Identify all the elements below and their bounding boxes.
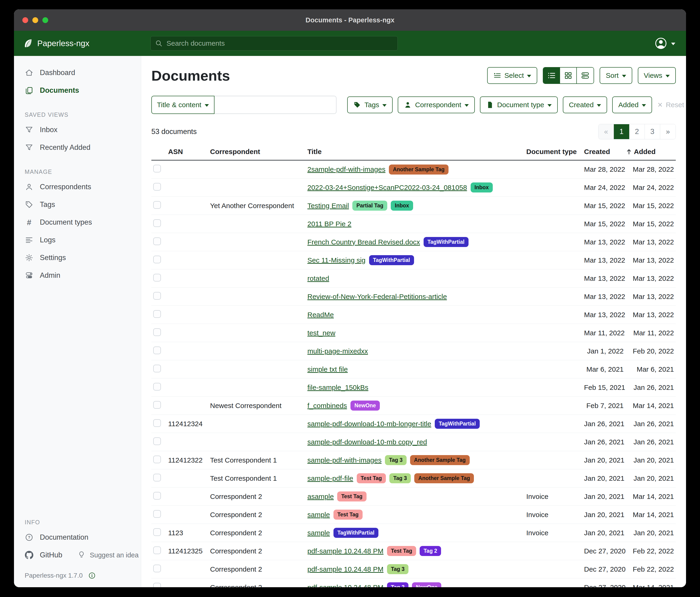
tag-badge[interactable]: Test Tag: [387, 546, 416, 556]
tag-badge[interactable]: Partial Tag: [352, 200, 387, 211]
tag-badge[interactable]: Test Tag: [333, 510, 362, 520]
tag-badge[interactable]: Tag 3: [387, 564, 408, 574]
tag-badge[interactable]: Another Sample Tag: [389, 165, 449, 174]
document-title-link[interactable]: multi-page-mixedxx: [307, 347, 368, 355]
sidebar-item-github[interactable]: GitHub: [14, 546, 62, 564]
tag-badge[interactable]: Tag 3: [385, 455, 406, 465]
row-checkbox[interactable]: [153, 219, 161, 227]
table-row[interactable]: 2022-03-24+Sonstige+ScanPC2022-03-24_081…: [151, 178, 676, 197]
tag-badge[interactable]: Tag 3: [389, 473, 411, 483]
sidebar-item-tags[interactable]: Tags: [14, 196, 141, 213]
document-title-link[interactable]: rotated: [307, 274, 329, 282]
tag-badge[interactable]: Tag 2: [387, 582, 408, 587]
document-title-link[interactable]: f_combineds: [307, 402, 347, 410]
tag-badge[interactable]: Another Sample Tag: [414, 473, 474, 483]
sidebar-item-inbox[interactable]: Inbox: [14, 121, 141, 139]
document-title-link[interactable]: file-sample_150kBs: [307, 384, 368, 391]
row-checkbox[interactable]: [153, 365, 161, 373]
created-column-header[interactable]: Created: [582, 145, 625, 160]
table-row[interactable]: Test Correspondent 1 sample-pdf-file Tes…: [151, 469, 676, 487]
tag-badge[interactable]: TagWithPartial: [369, 255, 414, 265]
document-title-link[interactable]: pdf-sample 10.24.48 PM: [307, 565, 383, 573]
tag-badge[interactable]: NewOne: [350, 401, 380, 411]
document-title-link[interactable]: pdf-sample 10.24.48 PM: [307, 583, 383, 588]
table-row[interactable]: 2sample-pdf-with-images Another Sample T…: [151, 160, 676, 178]
correspondent-column-header[interactable]: Correspondent: [208, 145, 305, 160]
table-row[interactable]: Yet Another Correspondent Testing Email …: [151, 197, 676, 215]
pagination-page-3[interactable]: 3: [645, 124, 660, 139]
sidebar-item-document-types[interactable]: # Document types: [14, 213, 141, 231]
tag-badge[interactable]: TagWithPartial: [424, 237, 469, 247]
row-checkbox[interactable]: [153, 528, 161, 536]
row-checkbox[interactable]: [153, 292, 161, 300]
document-title-link[interactable]: sample-pdf-with-images: [307, 456, 381, 464]
row-checkbox[interactable]: [153, 274, 161, 282]
row-checkbox[interactable]: [153, 165, 161, 172]
table-row[interactable]: 112412322 Test Correspondent 1 sample-pd…: [151, 451, 676, 469]
views-button[interactable]: Views: [638, 67, 676, 84]
table-row[interactable]: Review-of-New-York-Federal-Petitions-art…: [151, 288, 676, 306]
tag-badge[interactable]: Test Tag: [357, 473, 386, 483]
grid-view-button[interactable]: [560, 68, 577, 83]
info-circle-icon[interactable]: [88, 572, 96, 579]
row-checkbox[interactable]: [153, 474, 161, 481]
row-checkbox[interactable]: [153, 546, 161, 554]
table-row[interactable]: 112412324 sample-pdf-download-10-mb-long…: [151, 415, 676, 433]
document-title-link[interactable]: sample-pdf-download-10-mb copy_red: [307, 438, 427, 446]
table-row[interactable]: simple txt file Mar 6, 2021 Mar 6, 2021: [151, 360, 676, 378]
sidebar-item-dashboard[interactable]: Dashboard: [14, 64, 141, 81]
document-title-link[interactable]: sample-pdf-file: [307, 474, 353, 482]
minimize-window-button[interactable]: [32, 17, 38, 23]
row-checkbox[interactable]: [153, 456, 161, 463]
zoom-window-button[interactable]: [42, 17, 48, 23]
select-button[interactable]: Select: [487, 67, 537, 84]
row-checkbox[interactable]: [153, 492, 161, 500]
document-title-link[interactable]: Review-of-New-York-Federal-Petitions-art…: [307, 293, 447, 301]
document-title-link[interactable]: 2sample-pdf-with-images: [307, 165, 385, 173]
table-row[interactable]: Sec 11-Missing sig TagWithPartial Mar 13…: [151, 251, 676, 269]
search-input[interactable]: [167, 39, 393, 47]
table-row[interactable]: Newest Correspondent f_combineds NewOne …: [151, 397, 676, 415]
pagination-prev-button[interactable]: «: [598, 124, 614, 139]
created-filter-button[interactable]: Created: [563, 96, 607, 113]
document-title-link[interactable]: Sec 11-Missing sig: [307, 256, 366, 264]
table-row[interactable]: sample-pdf-download-10-mb copy_red Jan 2…: [151, 433, 676, 451]
row-checkbox[interactable]: [153, 347, 161, 354]
row-checkbox[interactable]: [153, 510, 161, 518]
sidebar-item-correspondents[interactable]: Correspondents: [14, 178, 141, 196]
title-column-header[interactable]: Title: [305, 145, 524, 160]
document-title-link[interactable]: 2022-03-24+Sonstige+ScanPC2022-03-24_081…: [307, 184, 467, 192]
filter-text-input[interactable]: [215, 96, 336, 114]
row-checkbox[interactable]: [153, 419, 161, 427]
table-row[interactable]: Correspondent 2 sample Test Tag Invoice …: [151, 506, 676, 524]
document-title-link[interactable]: sample: [307, 529, 330, 537]
table-row[interactable]: test_new Mar 11, 2022 Mar 11, 2022: [151, 324, 676, 342]
sidebar-item-admin[interactable]: Admin: [14, 267, 141, 284]
table-row[interactable]: French Country Bread Revised.docx TagWit…: [151, 233, 676, 251]
row-checkbox[interactable]: [153, 583, 161, 588]
brand[interactable]: Paperless-ngx: [23, 38, 90, 48]
tags-filter-button[interactable]: Tags: [347, 96, 393, 113]
table-row[interactable]: Correspondent 2 pdf-sample 10.24.48 PM T…: [151, 578, 676, 588]
table-row[interactable]: multi-page-mixedxx Jan 1, 2022 Feb 20, 2…: [151, 342, 676, 360]
table-row[interactable]: Correspondent 2 pdf-sample 10.24.48 PM T…: [151, 560, 676, 578]
row-checkbox[interactable]: [153, 383, 161, 390]
row-checkbox[interactable]: [153, 565, 161, 572]
sidebar-item-settings[interactable]: Settings: [14, 249, 141, 267]
tag-badge[interactable]: Inbox: [471, 183, 493, 192]
correspondent-filter-button[interactable]: Correspondent: [398, 96, 475, 113]
document-type-column-header[interactable]: Document type: [524, 145, 582, 160]
close-window-button[interactable]: [22, 17, 28, 23]
table-row[interactable]: rotated Mar 13, 2022 Mar 13, 2022: [151, 269, 676, 288]
document-title-link[interactable]: ReadMe: [307, 311, 334, 319]
tag-badge[interactable]: Tag 2: [420, 546, 441, 556]
pagination-next-button[interactable]: »: [660, 124, 676, 139]
table-row[interactable]: Correspondent 2 asample Test Tag Invoice…: [151, 487, 676, 506]
table-row[interactable]: file-sample_150kBs Feb 15, 2021 Jan 26, …: [151, 378, 676, 397]
document-title-link[interactable]: test_new: [307, 329, 335, 337]
detail-view-button[interactable]: [577, 68, 594, 83]
table-row[interactable]: ReadMe Mar 13, 2022 Mar 13, 2022: [151, 306, 676, 324]
sidebar-item-suggest-idea[interactable]: Suggest an idea: [78, 550, 139, 560]
document-title-link[interactable]: French Country Bread Revised.docx: [307, 238, 420, 246]
tag-badge[interactable]: TagWithPartial: [333, 528, 378, 538]
